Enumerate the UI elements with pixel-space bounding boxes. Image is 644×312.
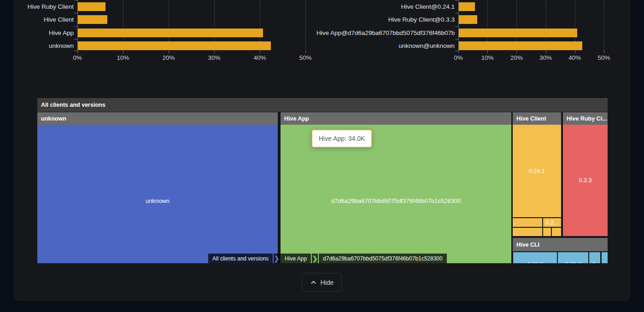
treemap-cell[interactable] <box>513 218 542 227</box>
category-axis-tick <box>74 26 77 27</box>
breadcrumb-item[interactable]: Hive App <box>281 254 311 263</box>
gridline <box>604 0 604 51</box>
category-axis-tick <box>455 51 458 51</box>
bar-hive-client-0-24-1[interactable] <box>459 2 475 11</box>
x-tick-label: 10% <box>474 54 501 61</box>
bar-hive-app[interactable] <box>78 29 263 37</box>
category-label: Hive Ruby Client@0.3.3 <box>316 15 455 24</box>
gridline <box>305 0 306 51</box>
x-axis-tick <box>575 51 575 53</box>
clients-share-bar-chart: Hive Ruby ClientHive ClientHive Appunkno… <box>77 0 305 62</box>
treemap-cell[interactable] <box>602 252 608 263</box>
treemap-breadcrumb: All clients and versions❯Hive App❯d7d6a2… <box>208 254 447 263</box>
treemap-cell-label: 0.3.3 <box>579 177 592 184</box>
x-axis-tick <box>458 51 459 53</box>
category-label: unknown@unknown <box>316 41 455 50</box>
treemap-cell-label: 0.23.0 <box>565 261 581 263</box>
category-axis-tick <box>455 0 458 0</box>
category-label: Hive Client@0.24.1 <box>316 2 455 11</box>
x-tick-label: 10% <box>109 54 137 61</box>
category-label: Hive Ruby Client <box>0 2 74 11</box>
category-axis-tick <box>455 26 458 27</box>
x-axis-tick <box>305 51 306 53</box>
x-tick-label: 40% <box>246 54 274 61</box>
treemap-cell-label: 0. <box>592 261 597 263</box>
x-tick-label: 50% <box>590 54 618 61</box>
treemap-group-header[interactable]: Hive App <box>281 112 511 125</box>
category-axis-tick <box>74 51 77 51</box>
x-tick-label: 20% <box>155 54 182 61</box>
x-axis-tick <box>546 51 546 53</box>
x-tick-label: 30% <box>200 54 228 61</box>
treemap-root-header[interactable]: All clients and versions <box>37 98 608 112</box>
x-axis-tick <box>487 51 488 53</box>
treemap-cell[interactable]: 0.2... <box>543 218 561 227</box>
stats-dashboard: Hive Ruby ClientHive ClientHive Appunkno… <box>0 0 644 312</box>
treemap-group-header[interactable]: Hive Client <box>513 112 561 125</box>
x-tick-label: 20% <box>503 54 530 61</box>
treemap-cell[interactable]: unknown <box>37 125 278 263</box>
treemap-cell[interactable] <box>552 228 561 236</box>
category-label: Hive App@d7d6a29ba6707bbd5075df376f46b07… <box>316 29 455 37</box>
category-label: Hive App <box>0 29 74 37</box>
treemap-cell-label: 0.2... <box>546 220 559 226</box>
chevron-right-icon: ❯ <box>274 254 280 263</box>
breadcrumb-item[interactable]: All clients and versions <box>208 254 273 263</box>
x-tick-label: 0% <box>445 54 472 61</box>
client-versions-share-bar-chart: Hive Client@0.24.1Hive Ruby Client@0.3.3… <box>458 0 604 62</box>
bar-hive-ruby-client[interactable] <box>78 2 105 11</box>
bar-hive-ruby-client-0-3-3[interactable] <box>459 15 477 24</box>
category-label: unknown <box>0 41 74 50</box>
x-axis-tick <box>214 51 215 53</box>
treemap-cell-label: 0.24.1 <box>529 168 545 174</box>
x-tick-label: 0% <box>64 54 91 61</box>
hide-button-label: Hide <box>321 279 334 286</box>
category-axis-tick <box>455 13 458 13</box>
bar-hive-app-d7d6a29ba6707bbd5075df376f46b07b[interactable] <box>459 29 577 37</box>
x-tick-label: 30% <box>532 54 560 61</box>
bar-unknown-unknown[interactable] <box>459 41 582 50</box>
x-tick-label: 50% <box>292 54 319 61</box>
category-axis-tick <box>74 39 77 40</box>
treemap-group-header[interactable]: Hive CLI <box>513 238 608 251</box>
treemap-cell[interactable] <box>543 228 551 236</box>
treemap-cell-label: d7d6a29ba6707bbd5075df376f46b07b1c528300 <box>331 197 461 204</box>
treemap-group-header[interactable]: Hive Ruby Cl... <box>563 112 608 125</box>
chevron-up-icon <box>310 279 317 286</box>
category-axis-tick <box>74 13 77 13</box>
clients-treemap: All clients and versionsunknownHive AppH… <box>37 98 608 263</box>
x-axis-tick <box>169 51 169 53</box>
chevron-right-icon: ❯ <box>312 254 318 263</box>
category-axis-tick <box>74 0 77 0</box>
treemap-cell[interactable] <box>513 228 542 236</box>
breadcrumb-item[interactable]: d7d6a29ba6707bbd5075df376f46b07b1c528300 <box>319 254 447 263</box>
x-axis-tick <box>260 51 260 53</box>
treemap-cell[interactable]: 0.23.0 <box>513 252 557 263</box>
x-axis-tick <box>77 51 78 53</box>
hide-button[interactable]: Hide <box>302 273 342 292</box>
category-label: Hive Client <box>0 15 74 24</box>
treemap-cell-label: 0.23.0 <box>527 261 543 263</box>
treemap-cell-label: unknown <box>146 197 170 204</box>
treemap-cell[interactable]: 0.24.1 <box>513 125 561 217</box>
treemap-cell[interactable]: 0.3.3 <box>563 125 608 236</box>
tooltip-text: Hive App: 34.0K <box>319 135 365 142</box>
category-axis-tick <box>455 39 458 40</box>
x-axis-tick <box>123 51 123 53</box>
bar-unknown[interactable] <box>78 41 271 50</box>
treemap-cell[interactable]: 0.23.0 <box>558 252 588 263</box>
treemap-cell[interactable]: 0. <box>589 252 600 263</box>
bar-hive-client[interactable] <box>78 15 107 24</box>
x-tick-label: 40% <box>561 54 589 61</box>
x-axis-tick <box>604 51 604 53</box>
treemap-tooltip: Hive App: 34.0K <box>311 129 372 148</box>
x-axis-tick <box>516 51 517 53</box>
treemap-group-header[interactable]: unknown <box>37 112 278 125</box>
